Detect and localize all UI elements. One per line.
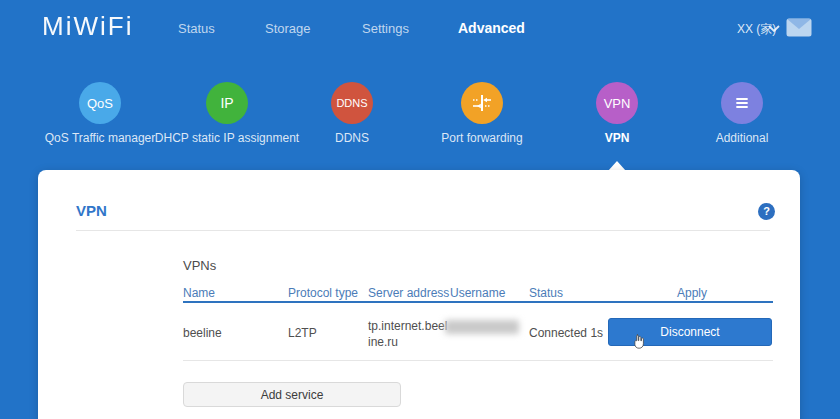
page-title: VPN [76, 202, 107, 219]
column-header-server: Server address [368, 286, 449, 300]
vpn-icon-label: VPN [604, 96, 631, 111]
vpn-status: Connected 1s [529, 326, 603, 340]
column-header-status: Status [529, 286, 563, 300]
miwifi-advanced-page: MiWiFi Status Storage Settings Advanced … [0, 0, 840, 419]
nav-tab-status[interactable]: Status [178, 21, 215, 36]
vpn-panel: VPN ? VPNs Name Protocol type Server add… [38, 170, 800, 419]
qos-icon: QoS [79, 82, 121, 124]
nav-tab-storage[interactable]: Storage [265, 21, 311, 36]
vpn-server: tp.internet.beeline.ru [368, 318, 450, 350]
column-header-username: Username [450, 286, 505, 300]
port-forwarding-icon [461, 82, 503, 124]
ddns-icon: DDNS [331, 82, 373, 124]
table-header-rule [183, 301, 773, 303]
vpns-section-label: VPNs [183, 258, 216, 273]
feature-additional[interactable]: Additional [662, 82, 822, 145]
static-ip-icon: IP [206, 82, 248, 124]
help-icon[interactable]: ? [758, 203, 775, 220]
column-header-name: Name [183, 286, 215, 300]
nav-tab-settings[interactable]: Settings [362, 21, 409, 36]
chevron-down-icon[interactable] [768, 25, 780, 33]
vpn-protocol: L2TP [288, 326, 317, 340]
feature-label: Additional [662, 131, 822, 145]
column-header-apply: Apply [677, 286, 707, 300]
vpn-username-redacted [445, 320, 519, 334]
vpn-icon: VPN [596, 82, 638, 124]
divider [76, 230, 770, 231]
hamburger-menu-icon [721, 82, 763, 124]
column-header-protocol: Protocol type [288, 286, 358, 300]
disconnect-button[interactable]: Disconnect [608, 318, 772, 346]
add-service-button[interactable]: Add service [183, 382, 401, 407]
vpn-name: beeline [183, 326, 222, 340]
divider [183, 360, 773, 361]
ip-icon-label: IP [220, 95, 233, 111]
qos-icon-label: QoS [87, 96, 113, 111]
nav-tab-advanced[interactable]: Advanced [458, 20, 525, 36]
mail-icon[interactable] [786, 18, 812, 37]
miwifi-logo: MiWiFi [42, 11, 133, 42]
ddns-icon-label: DDNS [336, 97, 367, 109]
